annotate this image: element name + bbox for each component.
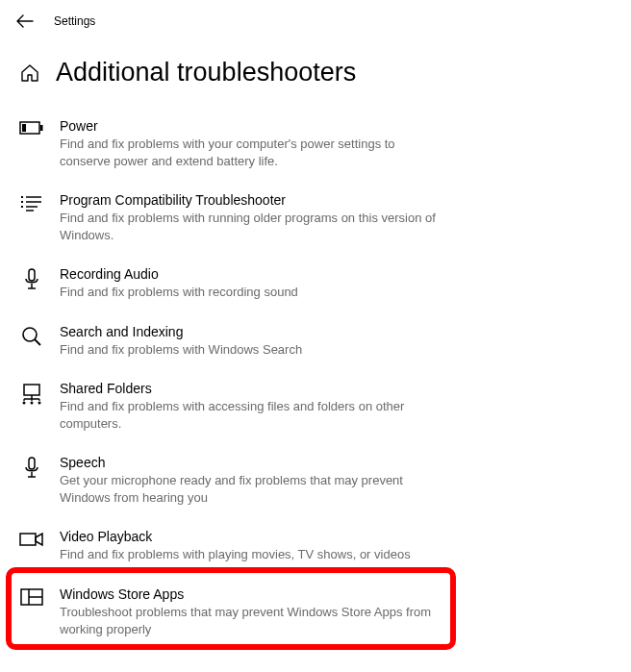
troubleshooter-desc: Find and fix problems with your computer… (60, 136, 444, 169)
troubleshooter-shared-folders[interactable]: Shared Folders Find and fix problems wit… (19, 373, 612, 447)
troubleshooter-text: Shared Folders Find and fix problems wit… (60, 381, 444, 432)
battery-icon (19, 120, 44, 143)
troubleshooter-text: Program Compatibility Troubleshooter Fin… (60, 192, 444, 243)
troubleshooter-text: Windows Store Apps Troubleshoot problems… (60, 586, 444, 637)
apps-icon (19, 588, 44, 611)
troubleshooter-text: Power Find and fix problems with your co… (60, 118, 444, 169)
page-title: Additional troubleshooters (56, 58, 356, 87)
troubleshooter-speech[interactable]: Speech Get your microphone ready and fix… (19, 447, 612, 521)
microphone-icon (19, 268, 44, 291)
troubleshooter-title: Speech (60, 455, 444, 470)
troubleshooter-desc: Get your microphone ready and fix proble… (60, 472, 444, 506)
svg-rect-1 (40, 125, 43, 131)
troubleshooter-desc: Find and fix problems with recording sou… (60, 284, 444, 301)
microphone-icon (19, 457, 44, 480)
list-icon (19, 194, 44, 217)
troubleshooter-desc: Find and fix problems with Windows Searc… (60, 341, 444, 359)
troubleshooter-recording-audio[interactable]: Recording Audio Find and fix problems wi… (19, 259, 612, 316)
back-button[interactable] (15, 12, 35, 31)
search-icon (19, 326, 44, 349)
svg-point-18 (23, 402, 26, 405)
troubleshooter-title: Program Compatibility Troubleshooter (60, 192, 444, 208)
troubleshooter-text: Speech Get your microphone ready and fix… (60, 455, 444, 506)
troubleshooter-title: Power (60, 118, 444, 134)
troubleshooter-power[interactable]: Power Find and fix problems with your co… (19, 111, 612, 185)
troubleshooter-search-indexing[interactable]: Search and Indexing Find and fix problem… (19, 316, 612, 374)
troubleshooter-program-compatibility[interactable]: Program Compatibility Troubleshooter Fin… (19, 185, 612, 259)
troubleshooter-title: Recording Audio (60, 266, 444, 282)
home-icon[interactable] (19, 62, 40, 84)
svg-rect-4 (21, 201, 23, 203)
troubleshooter-windows-store-apps[interactable]: Windows Store Apps Troubleshoot problems… (19, 579, 612, 653)
troubleshooter-desc: Find and fix problems with accessing fil… (60, 398, 444, 432)
troubleshooter-video-playback[interactable]: Video Playback Find and fix problems wit… (19, 521, 612, 579)
arrow-left-icon (16, 14, 34, 28)
svg-rect-24 (29, 458, 35, 469)
svg-point-20 (38, 402, 41, 405)
troubleshooter-desc: Find and fix problems with running older… (60, 210, 444, 243)
video-camera-icon (19, 531, 44, 554)
troubleshooter-desc: Troubleshoot problems that may prevent W… (60, 604, 444, 637)
svg-rect-3 (21, 196, 23, 198)
svg-rect-10 (29, 269, 35, 281)
troubleshooter-desc: Find and fix problems with playing movie… (60, 546, 444, 563)
svg-rect-5 (21, 206, 23, 208)
troubleshooter-text: Video Playback Find and fix problems wit… (60, 529, 444, 563)
troubleshooter-list: Power Find and fix problems with your co… (0, 107, 631, 653)
troubleshooter-title: Search and Indexing (60, 324, 444, 339)
svg-line-14 (35, 339, 40, 345)
troubleshooter-title: Shared Folders (60, 381, 444, 396)
troubleshooter-text: Recording Audio Find and fix problems wi… (60, 266, 444, 301)
troubleshooter-title: Video Playback (60, 529, 444, 544)
header-title: Settings (54, 14, 95, 28)
svg-rect-27 (20, 534, 36, 545)
troubleshooter-text: Search and Indexing Find and fix problem… (60, 324, 444, 359)
svg-rect-2 (22, 124, 26, 132)
svg-rect-15 (24, 385, 39, 395)
network-computer-icon (19, 383, 44, 406)
svg-point-19 (31, 402, 34, 405)
svg-point-13 (23, 328, 37, 341)
page-title-row: Additional troubleshooters (0, 35, 631, 107)
header: Settings (0, 0, 631, 35)
troubleshooter-title: Windows Store Apps (60, 586, 444, 602)
